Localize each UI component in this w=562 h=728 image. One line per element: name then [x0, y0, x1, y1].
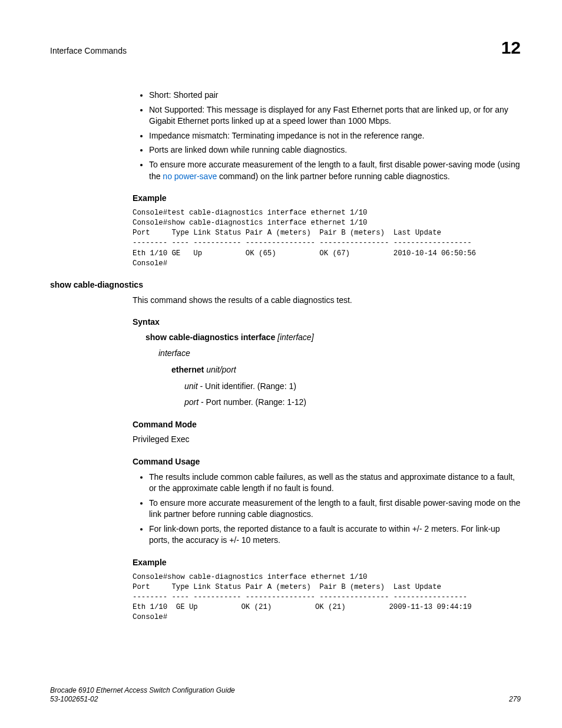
- no-power-save-link[interactable]: no power-save: [163, 172, 217, 181]
- example-heading: Example: [133, 557, 521, 569]
- page-header: Interface Commands 12: [50, 35, 521, 60]
- text: - Unit identifier. (Range: 1): [198, 381, 296, 391]
- text-italic: unit: [184, 381, 198, 391]
- text: - Port number. (Range: 1-12): [199, 397, 306, 407]
- list-item: Ports are linked down while running cabl…: [149, 144, 521, 156]
- list-item: Impedance mismatch: Terminating impedanc…: [149, 130, 521, 142]
- command-content: This command shows the results of a cabl…: [133, 295, 521, 623]
- list-item: Not Supported: This message is displayed…: [149, 104, 521, 127]
- text-bold: show cable-diagnostics interface: [146, 332, 275, 342]
- content-top: Short: Shorted pair Not Supported: This …: [133, 90, 521, 269]
- example-heading: Example: [133, 193, 521, 205]
- list-item: Short: Shorted pair: [149, 90, 521, 101]
- footer-page-number: 279: [509, 694, 521, 704]
- usage-bullets: The results include common cable failure…: [133, 472, 521, 547]
- footer-title: Brocade 6910 Ethernet Access Switch Conf…: [50, 686, 235, 696]
- command-description: This command shows the results of a cabl…: [133, 295, 521, 307]
- text: command) on the link partner before runn…: [217, 172, 449, 181]
- syntax-block: show cable-diagnostics interface [interf…: [146, 332, 521, 409]
- chapter-number: 12: [501, 35, 521, 60]
- syntax-interface: interface: [158, 348, 521, 360]
- text-bold: ethernet: [171, 365, 206, 374]
- header-title: Interface Commands: [50, 45, 127, 57]
- list-item: For link-down ports, the reported distan…: [149, 523, 521, 546]
- syntax-port: port - Port number. (Range: 1-12): [184, 397, 521, 409]
- text-italic: port: [184, 397, 199, 407]
- code-block: Console#show cable-diagnostics interface…: [133, 572, 521, 623]
- command-mode-heading: Command Mode: [133, 419, 521, 431]
- code-block: Console#test cable-diagnostics interface…: [133, 208, 521, 269]
- footer-docnum: 53-1002651-02: [50, 695, 235, 704]
- text-italic: unit/port: [206, 365, 236, 374]
- footer-left: Brocade 6910 Ethernet Access Switch Conf…: [50, 686, 235, 704]
- command-name-heading: show cable-diagnostics: [50, 279, 521, 291]
- command-mode-text: Privileged Exec: [133, 434, 521, 446]
- syntax-heading: Syntax: [133, 317, 521, 328]
- bullet-list-inner: Short: Shorted pair Not Supported: This …: [133, 90, 521, 141]
- text-italic: [interface]: [275, 332, 313, 342]
- bullet-list-outer: Ports are linked down while running cabl…: [133, 144, 521, 182]
- syntax-unit: unit - Unit identifier. (Range: 1): [184, 381, 521, 393]
- page-footer: Brocade 6910 Ethernet Access Switch Conf…: [50, 686, 521, 704]
- command-usage-heading: Command Usage: [133, 456, 521, 468]
- syntax-line: show cable-diagnostics interface [interf…: [146, 332, 521, 344]
- syntax-ethernet: ethernet unit/port: [171, 364, 521, 376]
- list-item: The results include common cable failure…: [149, 472, 521, 495]
- list-item: To ensure more accurate measurement of t…: [149, 159, 521, 182]
- list-item: To ensure more accurate measurement of t…: [149, 498, 521, 521]
